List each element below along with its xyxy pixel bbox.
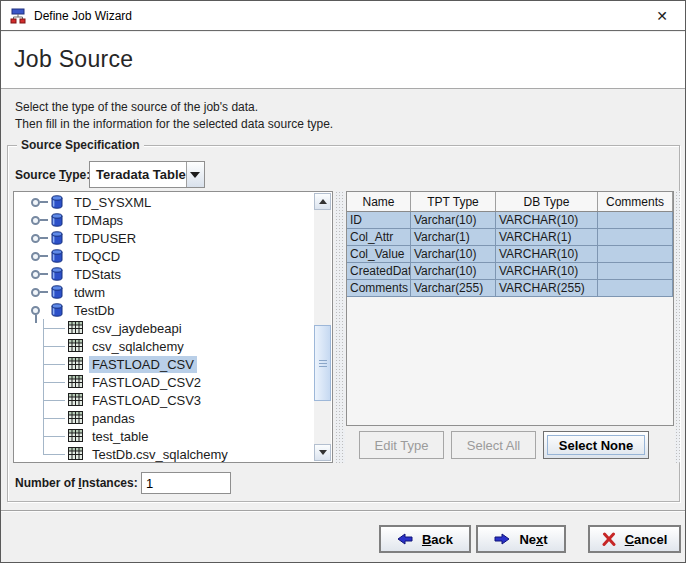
window-title: Define Job Wizard [34,9,132,23]
grid-cell[interactable]: CreatedDate [347,263,411,279]
grid-cell[interactable]: VARCHAR(10) [496,246,598,262]
number-of-instances-input[interactable] [141,472,231,494]
cancel-button[interactable]: Cancel [588,525,681,553]
tree-item-label[interactable]: TD_SYSXML [71,194,154,211]
grid-cell[interactable]: VARCHAR(10) [496,263,598,279]
grid-column-header-Name[interactable]: Name [347,192,411,211]
grid-column-header-Comments[interactable]: Comments [598,192,673,211]
tree-item-label[interactable]: TestDb.csv_sqlalchemy [89,446,231,463]
grid-header: NameTPT TypeDB TypeComments [347,192,673,212]
tree-item-FASTLOAD_CSV3[interactable]: FASTLOAD_CSV3 [14,391,314,409]
grid-row-ID[interactable]: IDVarchar(10)VARCHAR(10) [347,212,673,229]
grid-cell[interactable]: Varchar(10) [411,246,496,262]
tree-item-pandas[interactable]: pandas [14,409,314,427]
tree-item-label[interactable]: pandas [89,410,138,427]
grid-cell[interactable]: Col_Attr [347,229,411,245]
tree-toggle-icon[interactable] [31,288,40,297]
tree-toggle-icon[interactable] [31,270,40,279]
arrow-right-icon [494,533,510,545]
tree-item-test_table[interactable]: test_table [14,427,314,445]
tree-item-csv_jaydebeapi[interactable]: csv_jaydebeapi [14,319,314,337]
source-type-combobox[interactable]: Teradata Table [89,161,205,188]
scroll-up-icon [319,195,327,204]
tree-item-csv_sqlalchemy[interactable]: csv_sqlalchemy [14,337,314,355]
next-button[interactable]: Next [476,525,566,553]
tree-toggle-icon[interactable] [31,234,40,243]
back-button[interactable]: Back [379,525,471,553]
tree-item-TDStats[interactable]: TDStats [14,265,314,283]
grid-cell[interactable]: VARCHAR(255) [496,280,598,296]
grid-cell[interactable]: ID [347,212,411,228]
instruction-line-2: Then fill in the information for the sel… [15,116,685,133]
scroll-down-button[interactable] [314,444,331,461]
grid-cell[interactable]: Varchar(10) [411,212,496,228]
panel-divider [335,191,345,463]
tree-item-TD_SYSXML[interactable]: TD_SYSXML [14,193,314,211]
tree-item-TestDb.csv_sqlalchemy[interactable]: TestDb.csv_sqlalchemy [14,445,314,462]
tree-item-label[interactable]: TDPUSER [71,230,139,247]
grid-cell[interactable] [598,246,673,262]
tree-item-FASTLOAD_CSV2[interactable]: FASTLOAD_CSV2 [14,373,314,391]
close-button[interactable]: ✕ [639,1,685,30]
scroll-up-button[interactable] [314,193,331,210]
columns-table-panel: NameTPT TypeDB TypeComments IDVarchar(10… [346,191,674,426]
arrow-left-icon [397,533,413,545]
grid-row-Comments[interactable]: CommentsVarchar(255)VARCHAR(255) [347,280,673,297]
tree-vertical-scrollbar[interactable] [314,193,331,461]
source-type-selected-value[interactable]: Teradata Table [90,162,186,187]
grid-cell[interactable]: Comments [347,280,411,296]
tree-item-label[interactable]: csv_sqlalchemy [89,338,187,355]
tree-item-TDPUSER[interactable]: TDPUSER [14,229,314,247]
scrollbar-thumb[interactable] [314,325,331,401]
number-of-instances-label: Number of Instances: [15,476,138,490]
tree-item-label[interactable]: csv_jaydebeapi [89,320,185,337]
tree-item-label[interactable]: FASTLOAD_CSV3 [89,392,204,409]
instructions: Select the type of the source of the job… [1,90,685,139]
table-icon [68,447,83,461]
database-icon [50,249,65,263]
grid-cell[interactable]: Varchar(255) [411,280,496,296]
grid-row-Col_Attr[interactable]: Col_AttrVarchar(1)VARCHAR(1) [347,229,673,246]
tree-item-label[interactable]: tdwm [71,284,108,301]
select-none-button[interactable]: Select None [543,431,649,459]
tree-item-TestDb[interactable]: TestDb [14,301,314,319]
combo-dropdown-button[interactable] [186,162,204,187]
grid-cell[interactable] [598,212,673,228]
tree-item-label[interactable]: FASTLOAD_CSV2 [89,374,204,391]
table-icon [68,393,83,407]
table-icon [68,321,83,335]
grid-cell[interactable] [598,263,673,279]
tree-item-label[interactable]: test_table [89,428,151,445]
tree-item-TDMaps[interactable]: TDMaps [14,211,314,229]
grid-row-Col_Value[interactable]: Col_ValueVarchar(10)VARCHAR(10) [347,246,673,263]
grid-cell[interactable]: VARCHAR(10) [496,212,598,228]
tree-toggle-icon[interactable] [31,306,40,315]
tree-item-label[interactable]: TDMaps [71,212,126,229]
grid-cell[interactable]: Varchar(10) [411,263,496,279]
panel-edge-texture [675,191,680,463]
tree-item-label[interactable]: FASTLOAD_CSV [89,356,197,373]
grid-column-header-DB Type[interactable]: DB Type [496,192,598,211]
grid-cell[interactable] [598,280,673,296]
grid-column-header-TPT Type[interactable]: TPT Type [411,192,496,211]
tree-item-label[interactable]: TDStats [71,266,124,283]
grid-cell[interactable]: Varchar(1) [411,229,496,245]
tree-item-TDQCD[interactable]: TDQCD [14,247,314,265]
cancel-button-label: Cancel [625,532,668,547]
instruction-line-1: Select the type of the source of the job… [15,99,685,116]
app-icon [10,8,26,24]
grid-row-CreatedDate[interactable]: CreatedDateVarchar(10)VARCHAR(10) [347,263,673,280]
grid-cell[interactable]: Col_Value [347,246,411,262]
define-job-wizard-window: Define Job Wizard ✕ Job Source Select th… [0,0,686,563]
titlebar: Define Job Wizard ✕ [1,1,685,31]
grid-cell[interactable] [598,229,673,245]
tree-item-FASTLOAD_CSV[interactable]: FASTLOAD_CSV [14,355,314,373]
tree-item-label[interactable]: TDQCD [71,248,123,265]
tree-toggle-icon[interactable] [31,198,40,207]
tree-toggle-icon[interactable] [31,252,40,261]
database-icon [50,213,65,227]
tree-item-tdwm[interactable]: tdwm [14,283,314,301]
tree-item-label[interactable]: TestDb [71,302,117,319]
grid-cell[interactable]: VARCHAR(1) [496,229,598,245]
tree-toggle-icon[interactable] [31,216,40,225]
